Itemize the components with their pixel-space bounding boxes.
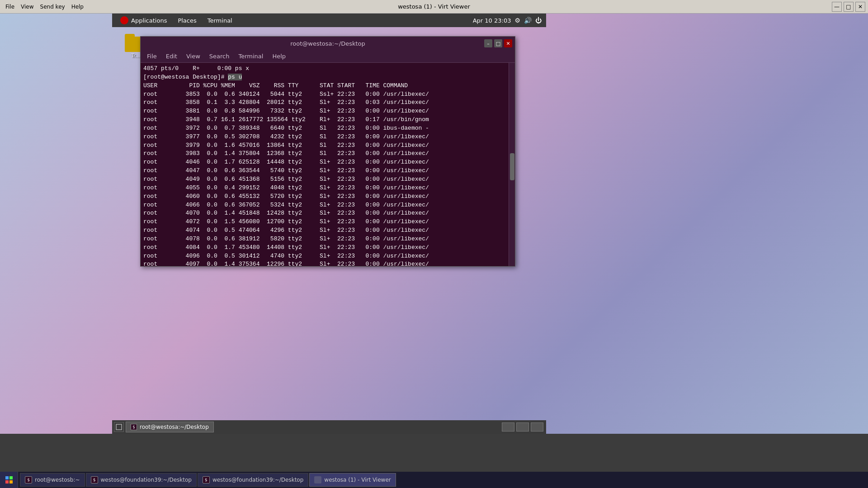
show-desktop-button[interactable] <box>114 422 124 432</box>
gnome-places-menu[interactable]: Places <box>172 14 202 27</box>
gnome-applications-menu[interactable]: Applications <box>112 14 172 27</box>
taskbar-terminal-label: root@westosa:~/Desktop <box>140 424 209 430</box>
taskbar-right-btn3[interactable] <box>531 422 543 432</box>
terminal-content[interactable]: 4857 pts/0 R+ 0:00 ps x[root@westosa Des… <box>141 63 515 266</box>
host-taskbar-item-label: root@westosb:~ <box>35 477 80 483</box>
terminal-line: root 4070 0.0 1.4 451848 12428 tty2 Sl+ … <box>143 209 512 218</box>
volume-icon[interactable]: 🔊 <box>524 17 532 24</box>
taskbar-right-btn2[interactable] <box>516 422 529 432</box>
gnome-terminal-menu[interactable]: Terminal <box>202 14 238 27</box>
virt-icon <box>314 476 321 483</box>
virt-viewer-menu: File View Send key Help <box>3 3 86 11</box>
host-taskbar-item-label: westosa (1) - Virt Viewer <box>324 477 391 483</box>
terminal-line: root 4049 0.0 0.6 451368 5156 tty2 Sl+ 2… <box>143 175 512 184</box>
minimize-button[interactable]: — <box>832 2 842 12</box>
term-menu-search[interactable]: Search <box>205 52 234 61</box>
terminal-scrollbar-thumb <box>510 153 514 180</box>
taskbar-right-area <box>502 422 546 432</box>
terminal-window-controls: – □ ✕ <box>484 39 512 47</box>
term-menu-file[interactable]: File <box>142 52 161 61</box>
terminal-title: root@westosa:~/Desktop <box>290 40 365 47</box>
host-taskbar-item-label: westos@foundation39:~/Desktop <box>212 477 303 483</box>
menu-sendkey[interactable]: Send key <box>38 3 68 11</box>
terminal-line: root 3979 0.0 1.6 457016 13864 tty2 Sl 2… <box>143 141 512 150</box>
host-taskbar-item[interactable]: westosa (1) - Virt Viewer <box>309 473 396 487</box>
folder-label: Tr... <box>131 53 140 59</box>
vm-desktop: Applications Places Terminal Apr 10 23:0… <box>0 14 868 434</box>
host-taskbar-item[interactable]: $root@westosb:~ <box>20 473 85 487</box>
taskbar-terminal-icon: $ <box>131 424 137 430</box>
taskbar-right-btn1[interactable] <box>502 422 514 432</box>
terminal-line: root 4084 0.0 1.7 453480 14408 tty2 Sl+ … <box>143 244 512 252</box>
fedora-logo-icon <box>120 16 128 24</box>
terminal-line: root 4055 0.0 0.4 299152 4048 tty2 Sl+ 2… <box>143 184 512 192</box>
term-menu-help[interactable]: Help <box>268 52 290 61</box>
start-icon <box>5 475 14 484</box>
gnome-top-panel: Applications Places Terminal Apr 10 23:0… <box>112 14 546 27</box>
virt-viewer-title: westosa (1) - Virt Viewer <box>398 3 470 10</box>
menu-help[interactable]: Help <box>69 3 86 11</box>
menu-view[interactable]: View <box>18 3 36 11</box>
host-taskbar: $root@westosb:~$westos@foundation39:~/De… <box>0 472 868 488</box>
gnome-app-menu: Applications Places Terminal <box>112 14 238 27</box>
svg-rect-0 <box>116 424 122 430</box>
host-taskbar-item-label: westos@foundation39:~/Desktop <box>101 477 192 483</box>
terminal-line: root 3977 0.0 0.5 302708 4232 tty2 Sl 22… <box>143 133 512 141</box>
terminal-titlebar: root@westosa:~/Desktop – □ ✕ <box>141 37 515 50</box>
menu-file[interactable]: File <box>3 3 17 11</box>
show-desktop-icon <box>116 424 122 430</box>
terminal-line: [root@westosa Desktop]# ps u <box>143 73 512 82</box>
terminal-scrollbar[interactable] <box>509 63 515 266</box>
applications-label: Applications <box>131 17 167 24</box>
close-button[interactable]: ✕ <box>855 2 865 12</box>
terminal-line: root 3983 0.0 1.4 375804 12368 tty2 Sl 2… <box>143 150 512 158</box>
host-taskbar-item[interactable]: $westos@foundation39:~/Desktop <box>198 473 308 487</box>
term-menu-view[interactable]: View <box>182 52 205 61</box>
terminal-line: root 4046 0.0 1.7 625128 14448 tty2 Sl+ … <box>143 158 512 167</box>
taskbar-terminal-item[interactable]: $ root@westosa:~/Desktop <box>126 422 214 432</box>
svg-rect-2 <box>9 476 13 479</box>
terminal-line: root 3972 0.0 0.7 389348 6640 tty2 Sl 22… <box>143 124 512 133</box>
power-icon[interactable]: ⏻ <box>535 17 542 24</box>
terminal-minimize-button[interactable]: – <box>484 39 492 47</box>
terminal-window: root@westosa:~/Desktop – □ ✕ File Edit V… <box>140 36 515 267</box>
host-start-button[interactable] <box>0 472 18 488</box>
window-controls: — □ ✕ <box>832 2 865 12</box>
terminal-icon: $ <box>25 476 32 483</box>
terminal-line: root 3858 0.1 3.3 428804 28012 tty2 Sl+ … <box>143 99 512 107</box>
terminal-maximize-button[interactable]: □ <box>494 39 502 47</box>
terminal-line: 4857 pts/0 R+ 0:00 ps x <box>143 65 512 73</box>
terminal-line: root 3881 0.0 0.8 584996 7332 tty2 Sl+ 2… <box>143 107 512 116</box>
terminal-line: root 3853 0.0 0.6 340124 5044 tty2 Ssl+ … <box>143 90 512 99</box>
svg-rect-4 <box>9 480 13 483</box>
terminal-line: USER PID %CPU %MEM VSZ RSS TTY STAT STAR… <box>143 82 512 90</box>
terminal-line: root 4066 0.0 0.6 367052 5324 tty2 Sl+ 2… <box>143 201 512 210</box>
terminal-output: 4857 pts/0 R+ 0:00 ps x[root@westosa Des… <box>143 65 512 266</box>
terminal-line: root 4097 0.0 1.4 375364 12296 tty2 Sl+ … <box>143 260 512 266</box>
terminal-line: root 4060 0.0 0.6 455132 5720 tty2 Sl+ 2… <box>143 192 512 201</box>
terminal-line: root 4072 0.0 1.5 456080 12700 tty2 Sl+ … <box>143 218 512 226</box>
terminal-icon: $ <box>91 476 98 483</box>
terminal-line: root 3948 0.7 16.1 2617772 135564 tty2 R… <box>143 116 512 124</box>
terminal-line: root 4096 0.0 0.5 301412 4740 tty2 Sl+ 2… <box>143 252 512 261</box>
terminal-line: root 4074 0.0 0.5 474064 4296 tty2 Sl+ 2… <box>143 226 512 235</box>
maximize-button[interactable]: □ <box>844 2 854 12</box>
term-menu-edit[interactable]: Edit <box>161 52 182 61</box>
terminal-line: root 4047 0.0 0.6 363544 5740 tty2 Sl+ 2… <box>143 167 512 175</box>
host-taskbar-items: $root@westosb:~$westos@foundation39:~/De… <box>18 473 396 487</box>
virt-viewer-titlebar: File View Send key Help westosa (1) - Vi… <box>0 0 868 14</box>
host-taskbar-item[interactable]: $westos@foundation39:~/Desktop <box>86 473 197 487</box>
gnome-datetime: Apr 10 23:03 <box>473 17 511 24</box>
gnome-bottom-taskbar: $ root@westosa:~/Desktop <box>112 420 546 434</box>
settings-icon[interactable]: ⚙ <box>514 17 520 24</box>
terminal-menubar: File Edit View Search Terminal Help <box>141 50 515 63</box>
gnome-panel-right: Apr 10 23:03 ⚙ 🔊 ⏻ <box>473 17 546 24</box>
terminal-line: root 4078 0.0 0.6 381912 5820 tty2 Sl+ 2… <box>143 235 512 244</box>
svg-rect-3 <box>5 480 9 483</box>
terminal-close-button[interactable]: ✕ <box>504 39 512 47</box>
svg-rect-1 <box>5 476 9 479</box>
term-menu-terminal[interactable]: Terminal <box>234 52 268 61</box>
terminal-icon: $ <box>203 476 210 483</box>
